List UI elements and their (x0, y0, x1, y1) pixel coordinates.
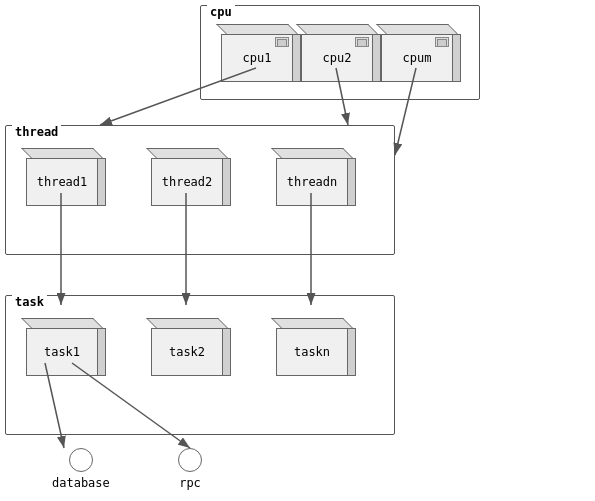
thread1-box: thread1 (26, 148, 106, 203)
task1-box-front: task1 (26, 328, 98, 376)
thread1-box-side (98, 158, 106, 206)
thread2-label: thread2 (162, 175, 213, 189)
taskn-box: taskn (276, 318, 356, 373)
database-label: database (52, 476, 110, 490)
cpum-box: cpum (381, 24, 461, 79)
cpu1-box: cpu1 (221, 24, 301, 79)
task1-label: task1 (44, 345, 80, 359)
cpum-label: cpum (403, 51, 432, 65)
rpc-circle (178, 448, 202, 472)
cpum-chip-icon (435, 37, 449, 47)
threadn-box: threadn (276, 148, 356, 203)
cpu2-box-side (373, 34, 381, 82)
threadn-box-front: threadn (276, 158, 348, 206)
thread2-box-front: thread2 (151, 158, 223, 206)
thread2-box: thread2 (151, 148, 231, 203)
cpu2-chip-icon (355, 37, 369, 47)
thread-group-label: thread (12, 125, 61, 139)
rpc-label: rpc (179, 476, 201, 490)
database-node: database (52, 448, 110, 490)
task1-box-side (98, 328, 106, 376)
threadn-box-side (348, 158, 356, 206)
cpu2-box: cpu2 (301, 24, 381, 79)
thread-group: thread thread1 thread2 threadn (5, 125, 395, 255)
cpu-group-label: cpu (207, 5, 235, 19)
task2-box-side (223, 328, 231, 376)
cpu1-box-front: cpu1 (221, 34, 293, 82)
thread2-box-side (223, 158, 231, 206)
task2-box-front: task2 (151, 328, 223, 376)
database-circle (69, 448, 93, 472)
rpc-node: rpc (178, 448, 202, 490)
cpum-box-front: cpum (381, 34, 453, 82)
cpu1-label: cpu1 (243, 51, 272, 65)
cpu-group: cpu cpu1 cpu2 cpum (200, 5, 480, 100)
cpum-box-side (453, 34, 461, 82)
taskn-label: taskn (294, 345, 330, 359)
taskn-box-side (348, 328, 356, 376)
cpu1-box-side (293, 34, 301, 82)
task2-box: task2 (151, 318, 231, 373)
thread1-label: thread1 (37, 175, 88, 189)
taskn-box-front: taskn (276, 328, 348, 376)
threadn-label: threadn (287, 175, 338, 189)
task2-label: task2 (169, 345, 205, 359)
diagram-container: cpu cpu1 cpu2 cpum (0, 0, 595, 501)
task-group-label: task (12, 295, 47, 309)
task1-box: task1 (26, 318, 106, 373)
thread1-box-front: thread1 (26, 158, 98, 206)
cpu2-box-front: cpu2 (301, 34, 373, 82)
cpu2-label: cpu2 (323, 51, 352, 65)
cpu1-chip-icon (275, 37, 289, 47)
task-group: task task1 task2 taskn (5, 295, 395, 435)
